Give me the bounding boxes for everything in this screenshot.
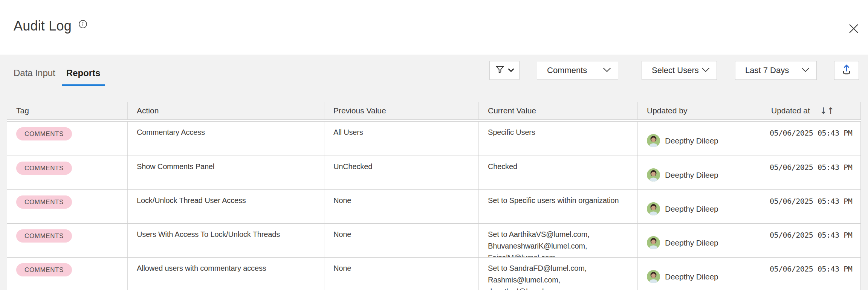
cell-current-value: Set to Specific users within organizatio… xyxy=(479,190,638,223)
user-avatar xyxy=(647,270,660,283)
funnel-icon xyxy=(495,65,505,76)
cell-previous-value: None xyxy=(324,190,479,223)
date-range-dropdown[interactable]: Last 7 Days xyxy=(735,61,817,80)
export-button[interactable] xyxy=(834,61,859,80)
column-header-updated-at: Updated at ↓↑ xyxy=(762,102,861,119)
toolbar: Data Input Reports Comments xyxy=(0,55,868,86)
cell-current-value: Set to SandraFD@lumel.com, Rashmis@lumel… xyxy=(479,258,638,290)
table-row: COMMENTSCommentary AccessAll UsersSpecif… xyxy=(7,122,860,156)
page-title: Audit Log xyxy=(14,18,72,34)
cell-previous-value: None xyxy=(324,258,479,290)
table-body: COMMENTSCommentary AccessAll UsersSpecif… xyxy=(7,121,861,290)
sort-descending-icon: ↓ xyxy=(820,106,827,116)
user-name: Deepthy Dileep xyxy=(665,169,718,181)
cell-current-value: Checked xyxy=(479,156,638,189)
cell-tag: COMMENTS xyxy=(7,122,128,156)
cell-action: Show Comments Panel xyxy=(128,156,324,189)
cell-updated-at: 05/06/2025 05:43 PM xyxy=(762,190,860,223)
cell-action: Users With Access To Lock/Unlock Threads xyxy=(128,224,324,257)
user-name: Deepthy Dileep xyxy=(665,271,718,282)
title-bar: Audit Log xyxy=(0,0,868,55)
toolbar-controls: Comments Select Users Last 7 Days xyxy=(489,55,859,86)
tab-bar: Data Input Reports xyxy=(0,55,107,86)
sort-icons[interactable]: ↓↑ xyxy=(820,106,834,116)
cell-updated-by: Deepthy Dileep xyxy=(638,156,762,189)
tab-reports[interactable]: Reports xyxy=(62,68,105,86)
category-dropdown-value: Comments xyxy=(547,66,603,75)
tab-data-input[interactable]: Data Input xyxy=(9,68,60,86)
column-header-tag: Tag xyxy=(7,102,128,119)
cell-previous-value: None xyxy=(324,224,479,257)
user-avatar xyxy=(647,168,660,182)
category-dropdown[interactable]: Comments xyxy=(537,61,618,80)
table-row: COMMENTSAllowed users with commentary ac… xyxy=(7,257,860,290)
tag-badge: COMMENTS xyxy=(16,229,72,243)
cell-updated-by: Deepthy Dileep xyxy=(638,258,762,290)
info-icon[interactable] xyxy=(78,20,87,29)
tag-badge: COMMENTS xyxy=(16,263,72,276)
cell-action: Commentary Access xyxy=(128,122,324,156)
audit-log-window: •• Audit Log Data Input Reports xyxy=(0,0,868,290)
cell-updated-at: 05/06/2025 05:43 PM xyxy=(762,224,860,257)
table-row: COMMENTSLock/Unlock Thread User AccessNo… xyxy=(7,189,860,223)
cell-updated-by: Deepthy Dileep xyxy=(638,122,762,156)
select-users-dropdown-value: Select Users xyxy=(652,66,701,75)
table-row: COMMENTSShow Comments PanelUnCheckedChec… xyxy=(7,156,860,189)
cell-updated-at: 05/06/2025 05:43 PM xyxy=(762,156,860,189)
cell-updated-at: 05/06/2025 05:43 PM xyxy=(762,122,860,156)
user-name: Deepthy Dileep xyxy=(665,237,718,249)
audit-table: Tag Action Previous Value Current Value … xyxy=(7,102,861,290)
filter-button[interactable] xyxy=(489,61,520,80)
cell-current-value: Specific Users xyxy=(479,122,638,156)
date-range-dropdown-value: Last 7 Days xyxy=(745,66,801,75)
tag-badge: COMMENTS xyxy=(16,162,72,175)
close-icon[interactable] xyxy=(848,23,860,35)
user-avatar xyxy=(647,236,660,249)
select-users-dropdown[interactable]: Select Users xyxy=(642,61,717,80)
export-icon xyxy=(840,63,853,78)
cell-tag: COMMENTS xyxy=(7,190,128,223)
chevron-down-icon xyxy=(508,67,514,74)
cell-updated-at: 05/06/2025 05:43 PM xyxy=(762,258,860,290)
cell-tag: COMMENTS xyxy=(7,156,128,189)
column-header-updated-by: Updated by xyxy=(638,102,762,119)
user-name: Deepthy Dileep xyxy=(665,203,718,215)
cell-action: Lock/Unlock Thread User Access xyxy=(128,190,324,223)
tag-badge: COMMENTS xyxy=(16,127,72,140)
chevron-down-icon xyxy=(801,67,810,74)
user-name: Deepthy Dileep xyxy=(665,135,718,147)
sort-ascending-icon: ↑ xyxy=(827,106,834,116)
cell-updated-by: Deepthy Dileep xyxy=(638,190,762,223)
cell-updated-by: Deepthy Dileep xyxy=(638,224,762,257)
cell-action: Allowed users with commentary access xyxy=(128,258,324,290)
cell-tag: COMMENTS xyxy=(7,258,128,290)
chevron-down-icon xyxy=(701,67,710,74)
table-row: COMMENTSUsers With Access To Lock/Unlock… xyxy=(7,223,860,257)
table-header-row: Tag Action Previous Value Current Value … xyxy=(7,102,861,120)
user-avatar xyxy=(647,202,660,215)
cell-tag: COMMENTS xyxy=(7,224,128,257)
user-avatar xyxy=(647,134,660,147)
content-area: Data Input Reports Comments xyxy=(0,55,868,290)
chevron-down-icon xyxy=(603,67,611,74)
column-header-previous-value: Previous Value xyxy=(324,102,479,119)
tag-badge: COMMENTS xyxy=(16,195,72,209)
cell-previous-value: All Users xyxy=(324,122,479,156)
column-header-current-value: Current Value xyxy=(479,102,638,119)
cell-previous-value: UnChecked xyxy=(324,156,479,189)
column-header-action: Action xyxy=(128,102,324,119)
cell-current-value: Set to AarthikaVS@lumel.com, Bhuvaneshwa… xyxy=(479,224,638,257)
